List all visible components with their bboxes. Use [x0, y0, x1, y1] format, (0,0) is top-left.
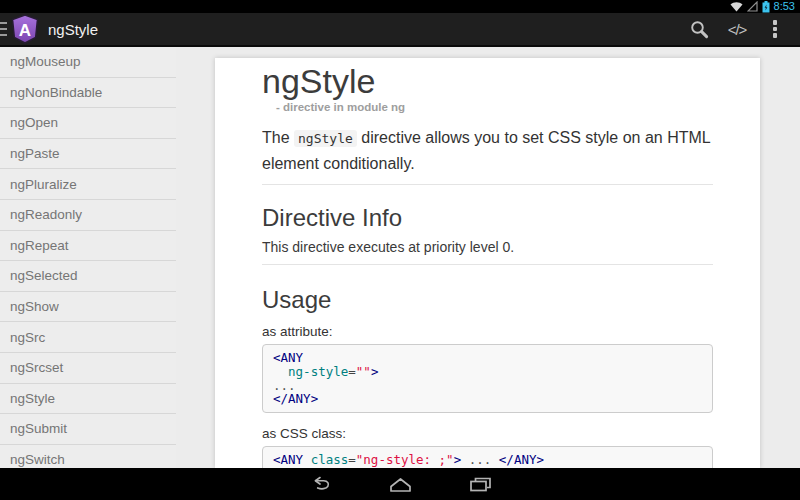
signal-triangle-icon [747, 1, 758, 12]
system-navigation-bar [0, 468, 800, 500]
sidebar-item-ngsrc[interactable]: ngSrc [0, 322, 176, 353]
inline-code-ngstyle: ngStyle [294, 130, 357, 147]
sidebar-item-ngselected[interactable]: ngSelected [0, 261, 176, 292]
divider [262, 264, 713, 265]
home-icon[interactable] [388, 475, 412, 493]
back-icon[interactable] [308, 475, 332, 493]
sidebar-item-ngpaste[interactable]: ngPaste [0, 139, 176, 170]
intro-paragraph: The ngStyle directive allows you to set … [262, 125, 713, 176]
as-css-class-label: as CSS class: [262, 426, 713, 441]
directive-info-heading: Directive Info [262, 204, 713, 232]
search-icon[interactable] [680, 12, 718, 46]
usage-heading: Usage [262, 286, 713, 314]
css-class-code-block: <ANY class="ng-style: ;"> ... </ANY> [262, 446, 713, 468]
svg-text:A: A [19, 21, 31, 40]
directive-list-sidebar: ngMouseupngNonBindablengOpenngPastengPlu… [0, 47, 176, 468]
angularjs-shield-logo[interactable]: A [11, 14, 39, 44]
sidebar-item-ngmouseup[interactable]: ngMouseup [0, 47, 176, 78]
doc-title: ngStyle [262, 62, 713, 100]
wifi-icon [730, 1, 743, 12]
page-title: ngStyle [48, 21, 98, 38]
sidebar-item-ngpluralize[interactable]: ngPluralize [0, 169, 176, 200]
sidebar-item-ngsubmit[interactable]: ngSubmit [0, 414, 176, 445]
as-attribute-label: as attribute: [262, 324, 713, 339]
sidebar-item-ngrepeat[interactable]: ngRepeat [0, 231, 176, 262]
tablet-screen: 8:53 A ngStyle </> [0, 0, 800, 500]
sidebar-item-ngreadonly[interactable]: ngReadonly [0, 200, 176, 231]
attribute-code-block: <ANY ng-style=""> ... </ANY> [262, 344, 713, 413]
sidebar-item-ngshow[interactable]: ngShow [0, 292, 176, 323]
priority-text: This directive executes at priority leve… [262, 238, 713, 256]
doc-content-panel: ngStyle - directive in module ng The ngS… [215, 58, 760, 468]
recent-apps-icon[interactable] [468, 475, 492, 493]
action-bar: A ngStyle </> [0, 13, 800, 47]
content-background: ngStyle - directive in module ng The ngS… [176, 47, 800, 468]
app-body: ngMouseupngNonBindablengOpenngPastengPlu… [0, 47, 800, 468]
doc-subtitle: - directive in module ng [276, 101, 713, 113]
view-source-icon[interactable]: </> [718, 12, 756, 46]
battery-charging-icon [762, 1, 770, 13]
sidebar-item-ngnonbindable[interactable]: ngNonBindable [0, 78, 176, 109]
status-clock: 8:53 [774, 1, 795, 12]
overflow-menu-icon[interactable] [756, 12, 794, 46]
sidebar-item-ngstyle[interactable]: ngStyle [0, 384, 176, 415]
sidebar-item-ngopen[interactable]: ngOpen [0, 108, 176, 139]
divider [262, 184, 713, 185]
menu-icon[interactable] [0, 22, 7, 36]
sidebar-item-ngsrcset[interactable]: ngSrcset [0, 353, 176, 384]
sidebar-item-ngswitch[interactable]: ngSwitch [0, 445, 176, 468]
